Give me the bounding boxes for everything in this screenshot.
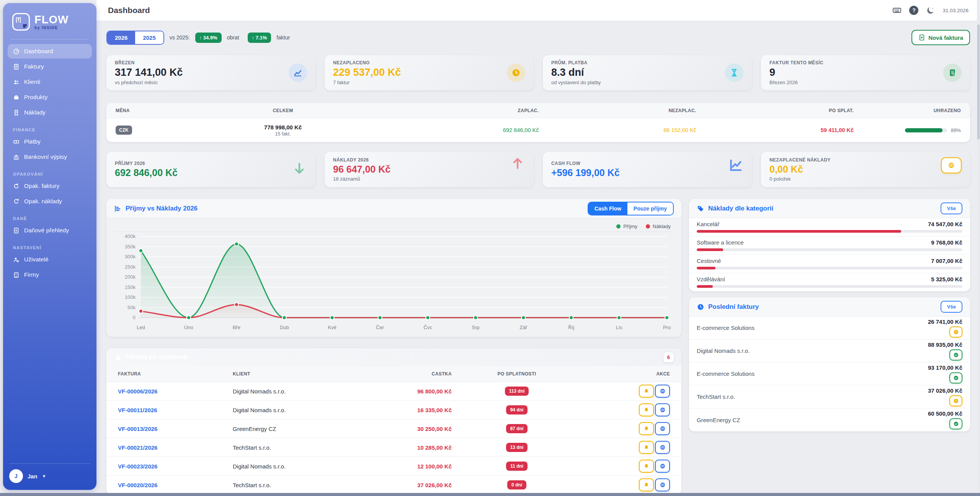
sidebar-item-danove-prehledy[interactable]: Daňové přehledy [8, 223, 92, 238]
category-bar-fill [697, 285, 713, 288]
sidebar-item-label: Dashboard [24, 48, 53, 55]
view-invoice-button[interactable] [655, 460, 670, 473]
main-content: 2026 2025 vs 2025: ↑ 34.9% obrat ↑ 7.1% … [96, 21, 980, 496]
sidebar-item-produkty[interactable]: Produkty [8, 90, 92, 104]
invoice-number-link[interactable]: VF-00006/2026 [118, 388, 233, 395]
kpi-label: NEZAPLACENO [333, 60, 401, 65]
category-row: Vzdělávání 5 325,00 Kč [689, 273, 970, 291]
keyboard-shortcuts-icon[interactable] [892, 6, 902, 15]
reminder-button[interactable] [639, 478, 654, 491]
view-invoice-button[interactable] [655, 422, 670, 435]
reminder-button[interactable] [639, 441, 654, 454]
view-invoice-button[interactable] [655, 385, 670, 398]
reminder-button[interactable] [639, 460, 654, 473]
cash-flow-button[interactable]: Cash Flow [588, 202, 627, 215]
filter-row: 2026 2025 vs 2025: ↑ 34.9% obrat ↑ 7.1% … [106, 30, 970, 45]
sidebar: [f] FLOW by INSIDE Dashboard Faktury Kli… [0, 0, 96, 493]
only-revenue-button[interactable]: Pouze příjmy [627, 202, 673, 215]
svg-text:Čer: Čer [376, 325, 384, 330]
categories-list: Kancelář 74 547,00 Kč Software a licence… [689, 218, 970, 291]
view-invoice-button[interactable] [655, 441, 670, 454]
new-invoice-label: Nová faktura [928, 34, 963, 41]
kpi-card-brezen: BŘEZEN 317 141,00 Kč vs předchozí měsíc [106, 55, 315, 90]
paid-check-icon [953, 421, 959, 427]
view-invoice-button[interactable] [655, 478, 670, 491]
sidebar-item-faktury[interactable]: Faktury [8, 59, 92, 74]
paid-check-icon [953, 375, 959, 381]
invoice-number-link[interactable]: VF-00013/2026 [118, 426, 233, 432]
svg-text:400k: 400k [125, 233, 136, 239]
col-po-splat: PO SPLAT. [696, 108, 854, 113]
invoice-amount: 16 335,00 Kč [337, 407, 452, 413]
trend-chart-icon [728, 158, 743, 175]
invoice-number-link[interactable]: VF-00023/2026 [118, 463, 233, 470]
user-name: Jan [28, 473, 38, 480]
invoice-status-badge[interactable] [949, 349, 962, 361]
dark-mode-icon[interactable] [926, 6, 935, 15]
reminder-button[interactable] [639, 422, 654, 435]
invoice-status-badge[interactable] [949, 418, 962, 429]
recent-invoice-row: GreenEnergy CZ 60 500,00 Kč [689, 408, 970, 431]
clients-icon [13, 79, 20, 85]
unpaid-amount: 86 152,00 Kč [539, 127, 696, 133]
reminder-button[interactable] [639, 403, 654, 416]
kpi-row-1: BŘEZEN 317 141,00 Kč vs předchozí měsíc … [106, 55, 970, 90]
user-menu[interactable]: J Jan ▼ [9, 469, 90, 483]
days-overdue-badge: 94 dní [506, 405, 528, 414]
view-unpaid-expenses-button[interactable] [941, 157, 962, 173]
categories-view-all-button[interactable]: Vše [941, 202, 962, 214]
kpi-card-nezaplacene-naklady: NEZAPLACENÉ NÁKLADY 0,00 Kč 0 položek [761, 152, 970, 187]
invoice-status-badge[interactable] [949, 326, 962, 338]
flow-logo-icon: [f] [12, 13, 30, 31]
svg-text:150k: 150k [125, 284, 136, 290]
recent-invoices-title: Poslední faktury [708, 303, 759, 311]
table-row: VF-00006/2026 Digital Nomads s.r.o. 96 8… [106, 382, 681, 401]
paid-amount: 692 846,00 Kč [381, 127, 539, 133]
invoice-number-link[interactable]: VF-00020/2026 [118, 482, 233, 488]
pending-clock-icon [953, 329, 959, 335]
repeat-expenses-icon [13, 198, 20, 205]
vertical-scrollbar[interactable] [977, 0, 980, 496]
sidebar-item-firmy[interactable]: Firmy [8, 268, 92, 282]
invoice-number-link[interactable]: VF-00011/2026 [118, 407, 233, 413]
page-title: Dashboard [108, 6, 150, 15]
sidebar-item-bankovni-vypisy[interactable]: Bankovní výpisy [8, 150, 92, 164]
invoice-amount: 60 500,00 Kč [928, 410, 962, 417]
year-2025-button[interactable]: 2025 [135, 31, 163, 44]
category-bar-fill [697, 267, 715, 269]
pending-clock-icon [953, 398, 959, 404]
app-logo[interactable]: [f] FLOW by INSIDE [3, 3, 96, 38]
help-icon[interactable]: ? [909, 6, 918, 15]
invoice-status-badge[interactable] [949, 395, 962, 406]
year-2026-button[interactable]: 2026 [107, 31, 135, 44]
invoice-number-link[interactable]: VF-00021/2026 [118, 444, 233, 451]
invoice-status-badge[interactable] [949, 372, 962, 383]
recent-view-all-button[interactable]: Vše [941, 301, 962, 313]
view-invoice-button[interactable] [655, 403, 670, 416]
category-row: Kancelář 74 547,00 Kč [689, 218, 970, 237]
kpi-card-faktur-tento-mesic: FAKTUR TENTO MĚSÍC 9 Březen 2026 [761, 55, 970, 90]
sidebar-item-label: Náklady [24, 109, 46, 116]
category-label: Cestovné [697, 258, 721, 264]
sidebar-item-opak-faktury[interactable]: Opak. faktury [8, 179, 92, 193]
category-bar-fill [697, 248, 723, 251]
sidebar-item-dashboard[interactable]: Dashboard [8, 44, 92, 59]
client-name: Digital Nomads s.r.o. [233, 388, 337, 395]
kpi-label: BŘEZEN [115, 60, 183, 65]
scrollbar-thumb[interactable] [977, 24, 980, 139]
sidebar-item-klienti[interactable]: Klienti [8, 75, 92, 89]
sidebar-item-platby[interactable]: Platby [8, 134, 92, 149]
reminder-button[interactable] [639, 385, 654, 398]
tag-icon [697, 205, 704, 212]
kpi-card-prum-platba: PRŮM. PLATBA 8.3 dní od vystavení do pla… [543, 55, 752, 90]
kpi-label: NEZAPLACENÉ NÁKLADY [769, 157, 831, 163]
recent-invoice-row: E-commerce Solutions 93 170,00 Kč [689, 362, 970, 385]
sidebar-item-opak-naklady[interactable]: Opak. náklady [8, 194, 92, 209]
sidebar-item-naklady[interactable]: Náklady [8, 105, 92, 120]
new-invoice-button[interactable]: Nová faktura [911, 30, 970, 45]
svg-text:Srp: Srp [472, 325, 479, 330]
col-faktura: FAKTURA [118, 371, 233, 377]
invoice-amount: 37 026,00 Kč [928, 387, 962, 394]
horizontal-scrollbar[interactable] [0, 493, 980, 496]
sidebar-item-uzivatele[interactable]: Uživatelé [8, 252, 92, 267]
